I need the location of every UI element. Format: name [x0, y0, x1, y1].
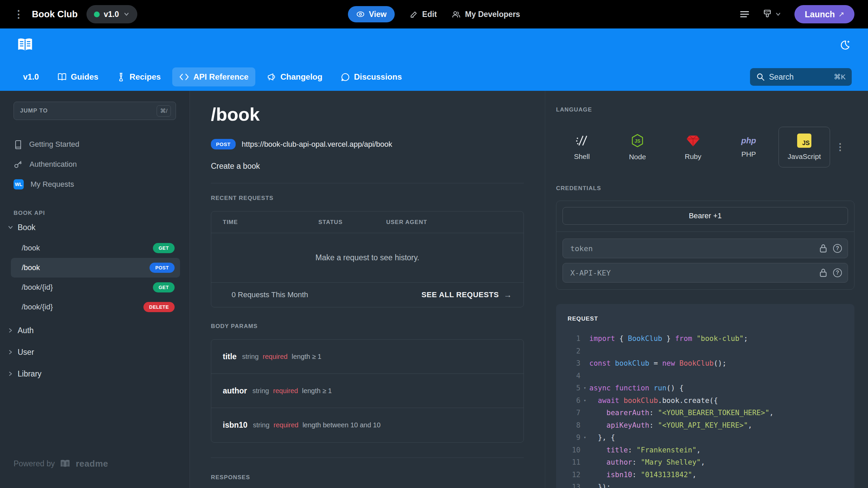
menu-lines-icon[interactable]: [739, 10, 750, 18]
language-heading: LANGUAGE: [556, 106, 854, 113]
sidebar-group-library[interactable]: Library: [7, 363, 176, 385]
node-icon: JS: [630, 133, 645, 148]
sidebar-item-my-requests[interactable]: WL My Requests: [14, 174, 176, 194]
request-code-card: REQUEST 1import { BookClub } from "book-…: [556, 304, 854, 488]
tab-version[interactable]: v1.0: [16, 67, 46, 86]
moon-sparkle-icon: [837, 38, 852, 52]
help-icon[interactable]: ?: [833, 244, 842, 253]
project-header: [0, 28, 868, 63]
body-params-heading: BODY PARAMS: [211, 323, 524, 330]
method-badge-get: GET: [153, 282, 175, 292]
user-avatar-badge: WL: [14, 179, 24, 189]
code-editor[interactable]: 1import { BookClub } from "book-club";23…: [568, 332, 854, 488]
endpoint-delete-book-id[interactable]: /book/{id} DELETE: [11, 297, 180, 317]
tab-api-reference[interactable]: API Reference: [172, 67, 255, 86]
tab-guides[interactable]: Guides: [51, 67, 105, 86]
search-shortcut: ⌘K: [834, 73, 846, 81]
code-line: 13 });: [568, 481, 854, 488]
tab-changelog[interactable]: Changelog: [260, 67, 329, 86]
search-icon: [756, 73, 765, 81]
endpoint-get-book[interactable]: /book GET: [11, 238, 180, 258]
project-logo-book-icon[interactable]: [16, 37, 34, 54]
lock-icon[interactable]: [819, 268, 828, 278]
tab-discussions[interactable]: Discussions: [334, 67, 409, 86]
param-row-isbn10[interactable]: isbn10 string required length between 10…: [211, 408, 524, 442]
endpoint-get-book-id[interactable]: /book/{id} GET: [11, 278, 180, 297]
chevron-right-icon: [7, 327, 14, 333]
doc-nav: v1.0 Guides Recipes API Reference Change…: [0, 63, 868, 91]
project-title: Book Club: [32, 9, 78, 20]
column-time: TIME: [223, 219, 318, 226]
readme-logo-icon: [59, 459, 71, 469]
table-header-row: TIME STATUS USER AGENT: [211, 211, 524, 233]
credentials-heading: CREDENTIALS: [556, 185, 854, 192]
mode-switcher: View Edit My Developers: [348, 0, 520, 28]
code-line: 9▾ }, {: [568, 431, 854, 444]
column-user-agent: USER AGENT: [386, 219, 427, 226]
my-developers-button[interactable]: My Developers: [452, 10, 520, 19]
method-badge-post: POST: [150, 263, 175, 273]
column-status: STATUS: [318, 219, 386, 226]
language-selector: Shell JS Node Ruby php PHP JS JavaScript…: [556, 127, 854, 167]
token-input[interactable]: [563, 239, 848, 258]
code-brackets-icon: [179, 73, 189, 81]
users-icon: [452, 10, 461, 19]
dark-mode-toggle[interactable]: [837, 38, 852, 54]
edit-button[interactable]: Edit: [410, 10, 437, 19]
sidebar-group-auth[interactable]: Auth: [7, 320, 176, 341]
language-node[interactable]: JS Node: [612, 127, 663, 167]
powered-by-readme[interactable]: Powered by readme: [14, 459, 108, 469]
sidebar-item-getting-started[interactable]: Getting Started: [14, 134, 176, 154]
help-icon[interactable]: ?: [833, 268, 842, 277]
search-input[interactable]: Search ⌘K: [750, 68, 852, 86]
version-selector[interactable]: v1.0: [86, 5, 137, 23]
jump-to-shortcut: ⌘/: [157, 105, 171, 117]
responses-heading: RESPONSES: [211, 474, 524, 481]
page-title: /book: [211, 104, 524, 125]
book-icon: [14, 140, 22, 149]
lock-icon[interactable]: [819, 243, 828, 253]
code-line: 11 author: "Mary Shelley",: [568, 456, 854, 469]
code-line: 4: [568, 370, 854, 382]
sidebar-group-user[interactable]: User: [7, 341, 176, 363]
sidebar-group-book[interactable]: Book: [7, 217, 176, 238]
jump-to-button[interactable]: JUMP TO ⌘/: [14, 102, 176, 120]
chevron-down-icon: [7, 224, 14, 230]
endpoint-post-book[interactable]: /book POST: [11, 258, 180, 278]
launch-button[interactable]: Launch ↗: [794, 5, 854, 23]
divider: [211, 458, 524, 458]
param-row-author[interactable]: author string required length ≥ 1: [211, 374, 524, 408]
top-bar: ⋮ Book Club v1.0 View Edit My Developers…: [0, 0, 868, 28]
chevron-down-icon: [775, 11, 782, 18]
view-button[interactable]: View: [348, 6, 395, 22]
tab-recipes[interactable]: Recipes: [110, 67, 167, 86]
divider: [211, 183, 524, 183]
bearer-auth-button[interactable]: Bearer +1: [563, 207, 848, 225]
code-line: 1import { BookClub } from "book-club";: [568, 332, 854, 345]
language-shell[interactable]: Shell: [556, 127, 608, 167]
credentials-card: Bearer +1 ? ?: [556, 201, 854, 290]
project-menu-icon[interactable]: ⋮: [14, 9, 24, 19]
language-php[interactable]: php PHP: [723, 127, 774, 167]
sidebar-item-authentication[interactable]: Authentication: [14, 154, 176, 174]
theme-brush-menu[interactable]: [763, 9, 782, 19]
see-all-requests-link[interactable]: SEE ALL REQUESTS →: [421, 290, 512, 300]
sidebar-section-label: BOOK API: [14, 210, 176, 217]
table-footer-row: 0 Requests This Month SEE ALL REQUESTS →: [211, 283, 524, 307]
x-api-key-input[interactable]: [563, 263, 848, 283]
language-ruby[interactable]: Ruby: [667, 127, 719, 167]
language-javascript[interactable]: JS JavaScript: [778, 127, 830, 167]
pencil-icon: [410, 10, 418, 19]
method-badge: POST: [211, 139, 236, 149]
key-icon: [14, 160, 23, 169]
sidebar-links: Getting Started Authentication WL My Req…: [14, 134, 176, 194]
more-languages-icon[interactable]: ⋮: [835, 144, 845, 149]
content-area: JUMP TO ⌘/ Getting Started Authenticatio…: [0, 91, 868, 488]
endpoint-url[interactable]: https://book-club-api-opal.vercel.app/ap…: [242, 140, 392, 149]
code-line: 8 apiKeyAuth: "<YOUR_API_KEY_HERE>",: [568, 419, 854, 432]
method-badge-delete: DELETE: [143, 302, 175, 312]
body-params-card: title string required length ≥ 1 author …: [211, 339, 524, 443]
param-row-title[interactable]: title string required length ≥ 1: [211, 340, 524, 374]
method-badge-get: GET: [153, 243, 175, 253]
divider: [556, 231, 854, 232]
